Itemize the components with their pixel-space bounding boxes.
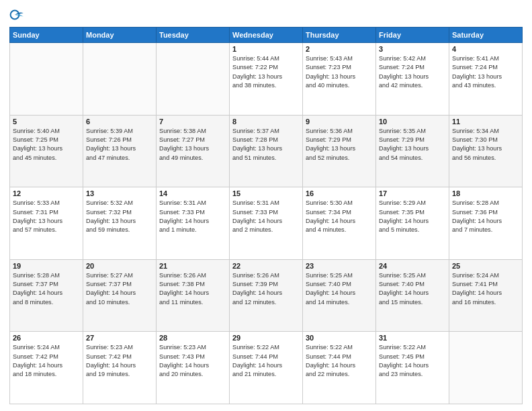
week-row-2: 12Sunrise: 5:33 AM Sunset: 7:31 PM Dayli… <box>10 187 523 260</box>
calendar-cell <box>83 43 157 116</box>
day-info: Sunrise: 5:27 AM Sunset: 7:37 PM Dayligh… <box>86 271 153 307</box>
day-number: 18 <box>452 189 519 197</box>
calendar-cell: 17Sunrise: 5:29 AM Sunset: 7:35 PM Dayli… <box>376 187 449 260</box>
calendar-page: SundayMondayTuesdayWednesdayThursdayFrid… <box>0 0 532 411</box>
day-number: 27 <box>86 334 153 342</box>
day-info: Sunrise: 5:31 AM Sunset: 7:33 PM Dayligh… <box>232 199 300 234</box>
logo <box>9 7 28 23</box>
calendar-cell: 20Sunrise: 5:27 AM Sunset: 7:37 PM Dayli… <box>83 259 157 332</box>
calendar-cell: 12Sunrise: 5:33 AM Sunset: 7:31 PM Dayli… <box>10 187 83 260</box>
day-info: Sunrise: 5:30 AM Sunset: 7:34 PM Dayligh… <box>306 199 373 234</box>
day-info: Sunrise: 5:23 AM Sunset: 7:43 PM Dayligh… <box>159 343 226 379</box>
calendar-cell: 29Sunrise: 5:22 AM Sunset: 7:44 PM Dayli… <box>230 332 303 404</box>
day-info: Sunrise: 5:38 AM Sunset: 7:27 PM Dayligh… <box>159 127 226 163</box>
day-number: 19 <box>13 262 80 270</box>
day-number: 29 <box>232 334 300 342</box>
day-number: 7 <box>159 118 226 126</box>
header <box>9 7 523 23</box>
weekday-header-monday: Monday <box>83 28 157 43</box>
calendar-cell <box>10 43 83 116</box>
day-info: Sunrise: 5:28 AM Sunset: 7:36 PM Dayligh… <box>452 199 519 234</box>
day-number: 8 <box>232 118 300 126</box>
week-row-0: 1Sunrise: 5:44 AM Sunset: 7:22 PM Daylig… <box>10 43 523 116</box>
week-row-3: 19Sunrise: 5:28 AM Sunset: 7:37 PM Dayli… <box>10 259 523 332</box>
calendar-cell: 30Sunrise: 5:22 AM Sunset: 7:44 PM Dayli… <box>303 332 376 404</box>
day-number: 15 <box>232 189 300 197</box>
weekday-header-thursday: Thursday <box>303 28 376 43</box>
calendar-cell: 9Sunrise: 5:36 AM Sunset: 7:29 PM Daylig… <box>303 115 376 187</box>
calendar-cell: 22Sunrise: 5:26 AM Sunset: 7:39 PM Dayli… <box>230 259 303 332</box>
calendar-cell <box>157 43 230 116</box>
calendar-cell <box>449 332 523 404</box>
day-info: Sunrise: 5:41 AM Sunset: 7:24 PM Dayligh… <box>452 54 519 90</box>
day-number: 14 <box>159 189 226 197</box>
day-info: Sunrise: 5:28 AM Sunset: 7:37 PM Dayligh… <box>13 271 80 307</box>
day-number: 24 <box>379 262 446 270</box>
day-info: Sunrise: 5:33 AM Sunset: 7:31 PM Dayligh… <box>13 199 80 234</box>
weekday-header-saturday: Saturday <box>449 28 523 43</box>
day-number: 10 <box>379 118 446 126</box>
calendar-cell: 11Sunrise: 5:34 AM Sunset: 7:30 PM Dayli… <box>449 115 523 187</box>
calendar-cell: 23Sunrise: 5:25 AM Sunset: 7:40 PM Dayli… <box>303 259 376 332</box>
calendar-cell: 4Sunrise: 5:41 AM Sunset: 7:24 PM Daylig… <box>449 43 523 116</box>
day-number: 26 <box>13 334 80 342</box>
calendar-cell: 31Sunrise: 5:22 AM Sunset: 7:45 PM Dayli… <box>376 332 449 404</box>
calendar-cell: 24Sunrise: 5:25 AM Sunset: 7:40 PM Dayli… <box>376 259 449 332</box>
day-number: 30 <box>306 334 373 342</box>
day-number: 11 <box>452 118 519 126</box>
calendar-cell: 26Sunrise: 5:24 AM Sunset: 7:42 PM Dayli… <box>10 332 83 404</box>
calendar-cell: 14Sunrise: 5:31 AM Sunset: 7:33 PM Dayli… <box>157 187 230 260</box>
day-number: 23 <box>306 262 373 270</box>
calendar-cell: 10Sunrise: 5:35 AM Sunset: 7:29 PM Dayli… <box>376 115 449 187</box>
day-info: Sunrise: 5:24 AM Sunset: 7:41 PM Dayligh… <box>452 271 519 307</box>
calendar-cell: 19Sunrise: 5:28 AM Sunset: 7:37 PM Dayli… <box>10 259 83 332</box>
day-number: 16 <box>306 189 373 197</box>
day-info: Sunrise: 5:26 AM Sunset: 7:39 PM Dayligh… <box>232 271 300 307</box>
day-number: 28 <box>159 334 226 342</box>
day-info: Sunrise: 5:39 AM Sunset: 7:26 PM Dayligh… <box>86 127 153 163</box>
day-info: Sunrise: 5:43 AM Sunset: 7:23 PM Dayligh… <box>306 54 373 90</box>
calendar-table: SundayMondayTuesdayWednesdayThursdayFrid… <box>9 27 523 404</box>
day-info: Sunrise: 5:22 AM Sunset: 7:45 PM Dayligh… <box>379 343 446 379</box>
weekday-header-friday: Friday <box>376 28 449 43</box>
calendar-cell: 6Sunrise: 5:39 AM Sunset: 7:26 PM Daylig… <box>83 115 157 187</box>
day-number: 9 <box>306 118 373 126</box>
day-info: Sunrise: 5:23 AM Sunset: 7:42 PM Dayligh… <box>86 343 153 379</box>
day-info: Sunrise: 5:22 AM Sunset: 7:44 PM Dayligh… <box>306 343 373 379</box>
day-info: Sunrise: 5:25 AM Sunset: 7:40 PM Dayligh… <box>379 271 446 307</box>
day-info: Sunrise: 5:34 AM Sunset: 7:30 PM Dayligh… <box>452 127 519 163</box>
weekday-row: SundayMondayTuesdayWednesdayThursdayFrid… <box>10 28 523 43</box>
logo-icon <box>9 7 26 23</box>
day-number: 25 <box>452 262 519 270</box>
day-number: 6 <box>86 118 153 126</box>
calendar-cell: 3Sunrise: 5:42 AM Sunset: 7:24 PM Daylig… <box>376 43 449 116</box>
day-number: 3 <box>379 45 446 53</box>
calendar-cell: 13Sunrise: 5:32 AM Sunset: 7:32 PM Dayli… <box>83 187 157 260</box>
day-info: Sunrise: 5:29 AM Sunset: 7:35 PM Dayligh… <box>379 199 446 234</box>
day-number: 20 <box>86 262 153 270</box>
day-info: Sunrise: 5:32 AM Sunset: 7:32 PM Dayligh… <box>86 199 153 234</box>
day-number: 4 <box>452 45 519 53</box>
day-info: Sunrise: 5:36 AM Sunset: 7:29 PM Dayligh… <box>306 127 373 163</box>
day-number: 21 <box>159 262 226 270</box>
calendar-header: SundayMondayTuesdayWednesdayThursdayFrid… <box>10 28 523 43</box>
calendar-cell: 2Sunrise: 5:43 AM Sunset: 7:23 PM Daylig… <box>303 43 376 116</box>
day-info: Sunrise: 5:35 AM Sunset: 7:29 PM Dayligh… <box>379 127 446 163</box>
week-row-4: 26Sunrise: 5:24 AM Sunset: 7:42 PM Dayli… <box>10 332 523 404</box>
calendar-cell: 27Sunrise: 5:23 AM Sunset: 7:42 PM Dayli… <box>83 332 157 404</box>
day-number: 13 <box>86 189 153 197</box>
day-number: 1 <box>232 45 300 53</box>
day-info: Sunrise: 5:25 AM Sunset: 7:40 PM Dayligh… <box>306 271 373 307</box>
day-number: 2 <box>306 45 373 53</box>
calendar-cell: 16Sunrise: 5:30 AM Sunset: 7:34 PM Dayli… <box>303 187 376 260</box>
day-number: 31 <box>379 334 446 342</box>
day-number: 12 <box>13 189 80 197</box>
day-info: Sunrise: 5:24 AM Sunset: 7:42 PM Dayligh… <box>13 343 80 379</box>
weekday-header-sunday: Sunday <box>10 28 83 43</box>
day-info: Sunrise: 5:22 AM Sunset: 7:44 PM Dayligh… <box>232 343 300 379</box>
weekday-header-tuesday: Tuesday <box>157 28 230 43</box>
calendar-cell: 25Sunrise: 5:24 AM Sunset: 7:41 PM Dayli… <box>449 259 523 332</box>
day-info: Sunrise: 5:26 AM Sunset: 7:38 PM Dayligh… <box>159 271 226 307</box>
day-info: Sunrise: 5:42 AM Sunset: 7:24 PM Dayligh… <box>379 54 446 90</box>
weekday-header-wednesday: Wednesday <box>230 28 303 43</box>
